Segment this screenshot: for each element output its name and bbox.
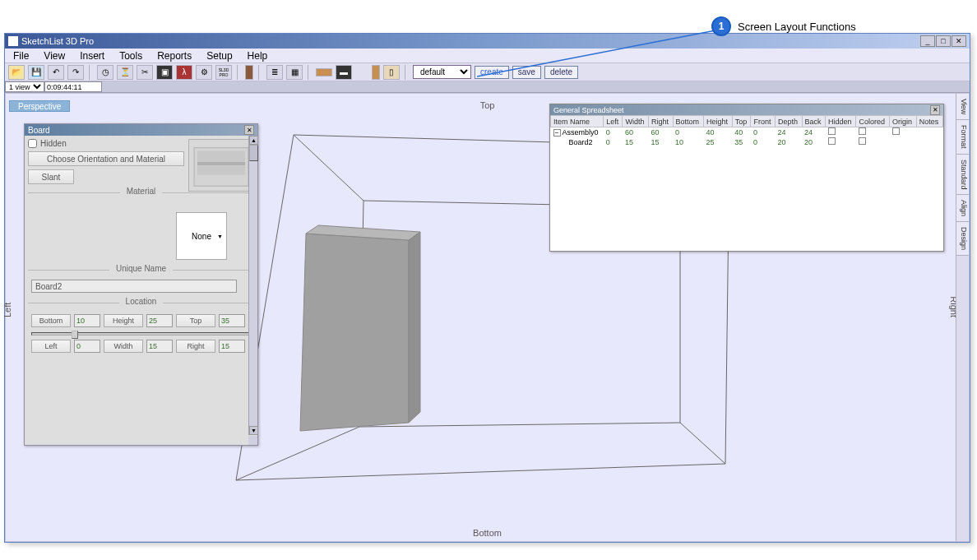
side-tab-format[interactable]: Format bbox=[956, 120, 969, 155]
slio-icon[interactable]: SL3DPRO bbox=[215, 65, 232, 80]
app-window: SketchList 3D Pro _ □ ✕ File View Insert… bbox=[4, 33, 970, 543]
cavity-icon[interactable]: ▬ bbox=[336, 65, 352, 80]
menu-file[interactable]: File bbox=[8, 49, 34, 62]
camera-icon[interactable]: ▣ bbox=[156, 65, 173, 80]
location-section-label: Location bbox=[119, 297, 164, 306]
loc-width-input[interactable] bbox=[146, 340, 173, 353]
status-strip: 1 view bbox=[5, 81, 970, 93]
loc-top-button[interactable]: Top bbox=[176, 314, 215, 327]
colored-checkbox-cell[interactable] bbox=[859, 127, 866, 135]
undo-icon[interactable]: ↶ bbox=[48, 65, 64, 80]
col-notes[interactable]: Notes bbox=[916, 116, 942, 127]
loc-left-button[interactable]: Left bbox=[31, 340, 71, 353]
app-title: SketchList 3D Pro bbox=[21, 36, 94, 46]
material-select[interactable]: None bbox=[176, 212, 227, 260]
side-tab-align[interactable]: Align bbox=[956, 195, 969, 222]
origin-checkbox-cell[interactable] bbox=[892, 127, 900, 135]
col-height[interactable]: Height bbox=[703, 116, 732, 127]
spreadsheet-close[interactable]: ✕ bbox=[930, 105, 940, 115]
board-panel-resize-handle[interactable] bbox=[248, 436, 257, 445]
col-right[interactable]: Right bbox=[649, 116, 674, 127]
hidden-checkbox[interactable] bbox=[28, 139, 37, 148]
open-icon[interactable]: 📂 bbox=[8, 65, 25, 80]
board-v-icon[interactable] bbox=[372, 65, 380, 80]
menu-view[interactable]: View bbox=[39, 49, 70, 62]
menu-help[interactable]: Help bbox=[243, 49, 273, 62]
menu-insert[interactable]: Insert bbox=[75, 49, 109, 62]
col-hidden[interactable]: Hidden bbox=[826, 116, 856, 127]
hidden-checkbox-cell[interactable] bbox=[828, 137, 836, 145]
board-h-icon[interactable] bbox=[316, 68, 332, 76]
side-tab-view[interactable]: View bbox=[956, 94, 969, 120]
loc-top-input[interactable] bbox=[219, 314, 245, 327]
loc-width-button[interactable]: Width bbox=[104, 340, 143, 353]
create-button[interactable]: create bbox=[475, 66, 509, 79]
view-count-select[interactable]: 1 view bbox=[5, 81, 44, 92]
loc-bottom-button[interactable]: Bottom bbox=[31, 314, 71, 327]
expand-icon[interactable]: − bbox=[553, 129, 561, 137]
menu-tools[interactable]: Tools bbox=[114, 49, 147, 62]
pdf-icon[interactable]: λ bbox=[176, 65, 192, 80]
svg-marker-3 bbox=[300, 234, 409, 431]
loc-right-button[interactable]: Right bbox=[176, 340, 215, 353]
maximize-button[interactable]: □ bbox=[936, 35, 951, 47]
loc-height-button[interactable]: Height bbox=[104, 314, 143, 327]
gear-icon[interactable]: ⚙ bbox=[196, 65, 212, 80]
slant-button[interactable]: Slant bbox=[28, 169, 74, 184]
colored-checkbox-cell[interactable] bbox=[859, 137, 866, 145]
col-width[interactable]: Width bbox=[623, 116, 649, 127]
side-tab-design[interactable]: Design bbox=[956, 222, 969, 256]
location-slider-thumb[interactable] bbox=[72, 331, 78, 339]
col-colored[interactable]: Colored bbox=[856, 116, 890, 127]
table-header-row: Item Name Left Width Right Bottom Height… bbox=[551, 116, 943, 127]
list-icon[interactable]: ≣ bbox=[266, 65, 283, 80]
col-origin[interactable]: Origin bbox=[890, 116, 917, 127]
scissors-icon[interactable]: ✂ bbox=[137, 65, 153, 80]
loc-bottom-input[interactable] bbox=[74, 314, 100, 327]
table-row[interactable]: Board2 0151510253502020 bbox=[551, 137, 943, 147]
side-tab-standard[interactable]: Standard bbox=[956, 155, 969, 196]
timecode-input[interactable] bbox=[44, 81, 102, 92]
board-panel-scrollbar[interactable]: ▲ ▼ bbox=[248, 136, 257, 435]
save-button[interactable]: save bbox=[512, 66, 541, 79]
minimize-button[interactable]: _ bbox=[920, 35, 935, 47]
col-left[interactable]: Left bbox=[604, 116, 623, 127]
loc-right-input[interactable] bbox=[219, 340, 245, 353]
annotation-marker: 1 bbox=[711, 16, 731, 36]
col-front[interactable]: Front bbox=[751, 116, 776, 127]
board-panel-close[interactable]: ✕ bbox=[244, 125, 254, 135]
main-viewport-area: Perspective Top Bottom Left Right Boa bbox=[5, 93, 970, 542]
loc-left-input[interactable] bbox=[74, 340, 100, 353]
board-preview bbox=[188, 139, 254, 192]
hourglass-icon[interactable]: ⏳ bbox=[117, 65, 133, 80]
annotation-text: Screen Layout Functions bbox=[738, 21, 856, 33]
save-icon[interactable]: 💾 bbox=[28, 65, 44, 80]
loc-height-input[interactable] bbox=[146, 314, 173, 327]
orientation-button[interactable]: Choose Orientation and Material bbox=[28, 151, 184, 166]
col-depth[interactable]: Depth bbox=[775, 116, 802, 127]
spreadsheet-panel: General Spreadsheet ✕ Item Name Left Wid… bbox=[549, 104, 944, 252]
menu-reports[interactable]: Reports bbox=[152, 49, 197, 62]
close-button[interactable]: ✕ bbox=[952, 35, 966, 47]
unique-name-input[interactable] bbox=[31, 280, 237, 293]
col-bottom[interactable]: Bottom bbox=[673, 116, 703, 127]
viewport-label-left: Left bbox=[2, 303, 12, 317]
grid-icon[interactable]: ▦ bbox=[286, 65, 303, 80]
material-section-label: Material bbox=[120, 187, 163, 196]
panel-icon[interactable]: ▯ bbox=[383, 65, 400, 80]
door-icon[interactable] bbox=[245, 65, 253, 80]
hidden-checkbox-cell[interactable] bbox=[828, 127, 836, 135]
table-row[interactable]: −Assembly0 060600404002424 bbox=[551, 127, 943, 137]
redo-icon[interactable]: ↷ bbox=[67, 65, 84, 80]
toolbar: 📂 💾 ↶ ↷ ◷ ⏳ ✂ ▣ λ ⚙ SL3DPRO ≣ ▦ ▬ ▯ defa… bbox=[5, 63, 970, 81]
clock-icon[interactable]: ◷ bbox=[97, 65, 113, 80]
col-itemname[interactable]: Item Name bbox=[551, 116, 604, 127]
board-panel-title: Board bbox=[28, 126, 50, 135]
menu-setup[interactable]: Setup bbox=[201, 49, 237, 62]
delete-button[interactable]: delete bbox=[544, 66, 578, 79]
perspective-tab[interactable]: Perspective bbox=[9, 100, 70, 112]
col-top[interactable]: Top bbox=[732, 116, 751, 127]
board-panel: Board ✕ Hidden Choose Orientation and Ma… bbox=[24, 123, 258, 446]
col-back[interactable]: Back bbox=[802, 116, 825, 127]
layout-select[interactable]: default bbox=[413, 65, 471, 79]
